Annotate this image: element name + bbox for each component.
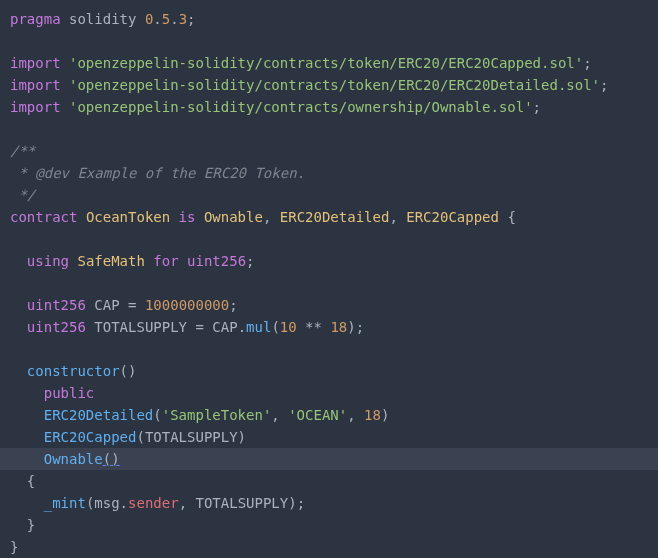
punct-semi: ;: [187, 11, 195, 27]
comment: */: [10, 187, 35, 203]
punct-comma: ,: [271, 407, 279, 423]
code-line: _mint(msg.sender, TOTALSUPPLY);: [10, 492, 648, 514]
code-line: uint256 CAP = 1000000000;: [10, 294, 648, 316]
code-line: using SafeMath for uint256;: [10, 250, 648, 272]
punct-comma: ,: [389, 209, 397, 225]
type-ownable: Ownable: [204, 209, 263, 225]
func-constructor: constructor: [27, 363, 120, 379]
punct-paren: (: [136, 429, 144, 445]
number: 18: [364, 407, 381, 423]
code-line: pragma solidity 0.5.3;: [10, 8, 648, 30]
string-path: 'openzeppelin-solidity/contracts/ownersh…: [69, 99, 533, 115]
code-line: constructor(): [10, 360, 648, 382]
punct-paren: ): [288, 495, 296, 511]
number: 18: [330, 319, 347, 335]
indent: [10, 363, 27, 379]
keyword-for: for: [153, 253, 178, 269]
number: 1000000000: [145, 297, 229, 313]
code-line-blank: [10, 338, 648, 360]
number: 5: [162, 11, 170, 27]
keyword-contract: contract: [10, 209, 77, 225]
func-erc20c: ERC20Capped: [44, 429, 137, 445]
ident-total: TOTALSUPPLY: [196, 495, 289, 511]
punct-semi: ;: [297, 495, 305, 511]
comment: * @dev Example of the ERC20 Token.: [10, 165, 305, 181]
punct-comma: ,: [263, 209, 271, 225]
punct-comma: ,: [179, 495, 187, 511]
code-line: ERC20Detailed('SampleToken', 'OCEAN', 18…: [10, 404, 648, 426]
code-line: import 'openzeppelin-solidity/contracts/…: [10, 96, 648, 118]
code-line: }: [10, 536, 648, 558]
func-ownable: Ownable: [44, 451, 103, 467]
punct-paren: (: [271, 319, 279, 335]
punct-semi: ;: [246, 253, 254, 269]
punct-eq: =: [128, 297, 136, 313]
type-uint256: uint256: [27, 319, 86, 335]
punct-semi: ;: [356, 319, 364, 335]
code-editor: pragma solidity 0.5.3; import 'openzeppe…: [10, 8, 648, 558]
punct-parens: (): [103, 451, 120, 467]
indent: [10, 253, 27, 269]
keyword-using: using: [27, 253, 69, 269]
code-line-blank: [10, 228, 648, 250]
indent: [10, 407, 44, 423]
type-erc20d: ERC20Detailed: [280, 209, 390, 225]
code-line: uint256 TOTALSUPPLY = CAP.mul(10 ** 18);: [10, 316, 648, 338]
code-line-blank: [10, 30, 648, 52]
code-line-comment: /**: [10, 140, 648, 162]
indent: [10, 495, 44, 511]
ident-total: TOTALSUPPLY: [145, 429, 238, 445]
punct-brace: }: [10, 539, 18, 555]
ident-msg: msg: [94, 495, 119, 511]
ident-total: TOTALSUPPLY: [94, 319, 187, 335]
indent: [10, 297, 27, 313]
string: 'SampleToken': [162, 407, 272, 423]
code-line-blank: [10, 118, 648, 140]
punct-semi: ;: [533, 99, 541, 115]
code-line: }: [10, 514, 648, 536]
string-path: 'openzeppelin-solidity/contracts/token/E…: [69, 77, 600, 93]
type-uint256: uint256: [27, 297, 86, 313]
type-erc20c: ERC20Capped: [406, 209, 499, 225]
number: 3: [179, 11, 187, 27]
indent: [10, 319, 27, 335]
indent: [10, 385, 44, 401]
code-line: import 'openzeppelin-solidity/contracts/…: [10, 52, 648, 74]
ident-cap: CAP: [212, 319, 237, 335]
func-mul: mul: [246, 319, 271, 335]
indent: [10, 473, 27, 489]
code-line: contract OceanToken is Ownable, ERC20Det…: [10, 206, 648, 228]
keyword-public: public: [44, 385, 95, 401]
ident-cap: CAP: [94, 297, 119, 313]
comment: /**: [10, 143, 35, 159]
punct-dot: .: [153, 11, 161, 27]
code-line: import 'openzeppelin-solidity/contracts/…: [10, 74, 648, 96]
type-uint256: uint256: [187, 253, 246, 269]
func-erc20d: ERC20Detailed: [44, 407, 154, 423]
code-line-comment: * @dev Example of the ERC20 Token.: [10, 162, 648, 184]
indent: [10, 429, 44, 445]
keyword-pragma: pragma: [10, 11, 61, 27]
punct-dot: .: [120, 495, 128, 511]
punct-parens: (): [120, 363, 137, 379]
code-line: {: [10, 470, 648, 492]
punct-dot: .: [238, 319, 246, 335]
type-name: OceanToken: [86, 209, 170, 225]
code-line: ERC20Capped(TOTALSUPPLY): [10, 426, 648, 448]
punct-semi: ;: [583, 55, 591, 71]
string: 'OCEAN': [288, 407, 347, 423]
punct-brace: }: [27, 517, 35, 533]
keyword-is: is: [179, 209, 196, 225]
string-path: 'openzeppelin-solidity/contracts/token/E…: [69, 55, 583, 71]
code-line-comment: */: [10, 184, 648, 206]
punct-eq: =: [195, 319, 203, 335]
punct-paren: ): [381, 407, 389, 423]
punct-comma: ,: [347, 407, 355, 423]
punct-paren: (: [153, 407, 161, 423]
punct-brace: {: [27, 473, 35, 489]
indent: [10, 451, 44, 467]
indent: [10, 517, 27, 533]
prop-sender: sender: [128, 495, 179, 511]
operator: **: [305, 319, 322, 335]
code-line-highlighted: Ownable(): [0, 448, 658, 470]
